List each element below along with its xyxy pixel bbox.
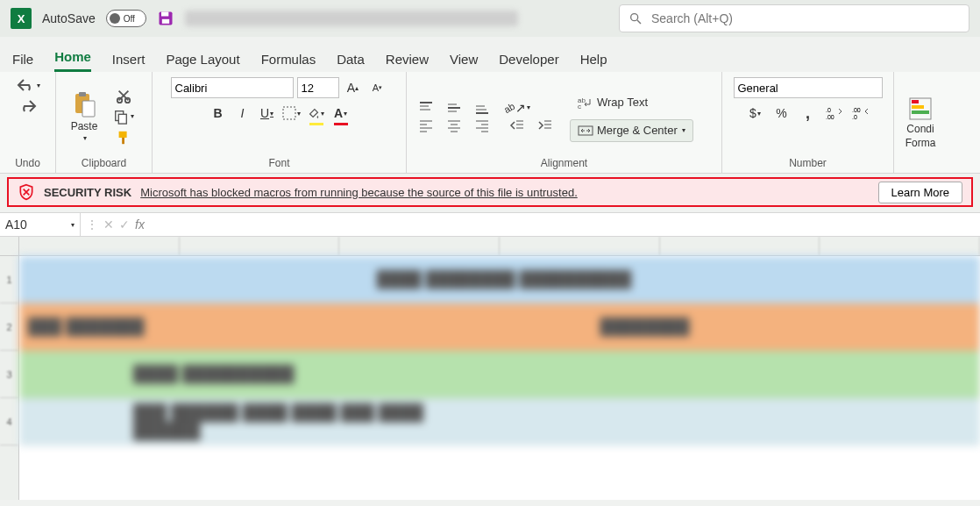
- cut-button[interactable]: [115, 88, 132, 103]
- formula-bar: A10 ▾ ⋮ ✕ ✓ fx: [0, 212, 980, 237]
- autosave-label: AutoSave: [42, 11, 96, 25]
- italic-button[interactable]: I: [233, 103, 252, 123]
- ribbon-tabs: File Home Insert Page Layout Formulas Da…: [0, 37, 980, 72]
- increase-decimal-button[interactable]: .0.00: [825, 103, 844, 123]
- svg-text:.0: .0: [826, 107, 831, 113]
- fill-color-button[interactable]: ▾: [307, 103, 326, 123]
- worksheet-grid[interactable]: 1234 ████ ████████ ██████████ ███ ██████…: [0, 237, 980, 500]
- font-name-select[interactable]: [171, 77, 294, 98]
- name-box[interactable]: A10 ▾: [0, 213, 81, 236]
- svg-rect-12: [118, 131, 126, 137]
- tab-home[interactable]: Home: [54, 44, 91, 72]
- security-message[interactable]: Microsoft has blocked macros from runnin…: [140, 186, 578, 199]
- svg-rect-50: [912, 100, 919, 103]
- paste-button[interactable]: Paste ▾: [63, 90, 105, 142]
- svg-rect-6: [79, 92, 86, 96]
- tab-insert[interactable]: Insert: [112, 46, 146, 72]
- comma-format-button[interactable]: ,: [799, 103, 818, 123]
- svg-rect-51: [912, 105, 924, 109]
- autosave-toggle[interactable]: Off: [106, 10, 146, 27]
- orientation-button[interactable]: ab↗▾: [505, 101, 529, 115]
- svg-text:c: c: [578, 103, 581, 110]
- merge-icon: [578, 124, 593, 138]
- tab-data[interactable]: Data: [337, 46, 365, 72]
- expand-formula-icon[interactable]: ⋮: [86, 217, 98, 232]
- increase-indent-button[interactable]: [533, 118, 557, 132]
- svg-rect-2: [162, 19, 169, 24]
- align-right-button[interactable]: [470, 118, 494, 132]
- undo-button[interactable]: ▾: [15, 77, 40, 93]
- search-icon: [628, 11, 643, 25]
- enter-formula-icon[interactable]: ✓: [119, 217, 130, 232]
- redo-button[interactable]: [18, 98, 39, 114]
- document-title-blurred: [185, 11, 518, 26]
- wrap-text-button[interactable]: abc Wrap Text: [570, 91, 693, 114]
- decrease-decimal-button[interactable]: .00.0: [851, 103, 870, 123]
- svg-text:.00: .00: [826, 114, 834, 120]
- svg-rect-1: [161, 12, 168, 17]
- cancel-formula-icon[interactable]: ✕: [103, 217, 114, 232]
- svg-rect-11: [118, 114, 126, 124]
- svg-point-3: [631, 14, 638, 21]
- save-button[interactable]: [157, 10, 174, 27]
- decrease-indent-button[interactable]: [505, 118, 529, 132]
- shield-icon: [18, 183, 35, 201]
- group-label-font: Font: [160, 155, 399, 171]
- wrap-text-icon: abc: [578, 96, 593, 110]
- tab-file[interactable]: File: [12, 46, 33, 72]
- group-label-undo: Undo: [7, 155, 48, 171]
- svg-text:.0: .0: [852, 114, 857, 120]
- cells-blurred: ████ ████████ ██████████ ███ ███████████…: [19, 256, 980, 500]
- percent-format-button[interactable]: %: [772, 103, 792, 123]
- copy-button[interactable]: ▾: [112, 109, 134, 125]
- number-format-select[interactable]: [734, 77, 883, 98]
- learn-more-button[interactable]: Learn More: [878, 182, 962, 203]
- underline-button[interactable]: U▾: [258, 103, 277, 123]
- row-headers[interactable]: 1234: [0, 237, 19, 500]
- excel-icon: X: [11, 8, 32, 29]
- tab-formulas[interactable]: Formulas: [261, 46, 316, 72]
- increase-font-button[interactable]: A▴: [343, 77, 364, 98]
- svg-rect-13: [122, 138, 124, 144]
- align-left-button[interactable]: [414, 118, 438, 132]
- titlebar: X AutoSave Off Search (Alt+Q): [0, 0, 980, 37]
- align-center-button[interactable]: [442, 118, 466, 132]
- tab-developer[interactable]: Developer: [499, 46, 558, 72]
- ribbon: ▾ Undo Paste ▾ ▾ Clipboard: [0, 72, 980, 174]
- accounting-format-button[interactable]: $▾: [746, 103, 765, 123]
- fx-icon[interactable]: fx: [135, 217, 145, 232]
- group-label-clipboard: Clipboard: [63, 155, 145, 171]
- column-headers[interactable]: [19, 237, 980, 256]
- tab-help[interactable]: Help: [580, 46, 607, 72]
- group-label-alignment: Alignment: [414, 155, 714, 171]
- group-label-number: Number: [729, 155, 886, 171]
- tab-review[interactable]: Review: [386, 46, 429, 72]
- svg-rect-14: [283, 107, 295, 119]
- conditional-formatting-button[interactable]: Condi Forma: [901, 96, 940, 149]
- font-color-button[interactable]: A▾: [331, 103, 351, 123]
- font-size-select[interactable]: [297, 77, 339, 98]
- svg-line-4: [637, 20, 641, 24]
- bold-button[interactable]: B: [209, 103, 228, 123]
- search-placeholder: Search (Alt+Q): [651, 11, 733, 25]
- security-risk-bar: SECURITY RISK Microsoft has blocked macr…: [7, 177, 973, 207]
- align-bottom-button[interactable]: [470, 101, 494, 115]
- borders-button[interactable]: ▾: [282, 103, 302, 123]
- decrease-font-button[interactable]: A▾: [367, 77, 388, 98]
- align-middle-button[interactable]: [442, 101, 466, 115]
- format-painter-button[interactable]: [115, 130, 132, 146]
- merge-center-button[interactable]: Merge & Center ▾: [570, 119, 693, 142]
- tab-view[interactable]: View: [450, 46, 478, 72]
- svg-rect-52: [912, 110, 929, 114]
- svg-text:.00: .00: [852, 107, 861, 113]
- search-input[interactable]: Search (Alt+Q): [619, 4, 969, 32]
- svg-rect-7: [82, 101, 95, 117]
- tab-page-layout[interactable]: Page Layout: [166, 46, 239, 72]
- security-title: SECURITY RISK: [44, 186, 131, 199]
- formula-input[interactable]: [150, 213, 980, 236]
- align-top-button[interactable]: [414, 101, 438, 115]
